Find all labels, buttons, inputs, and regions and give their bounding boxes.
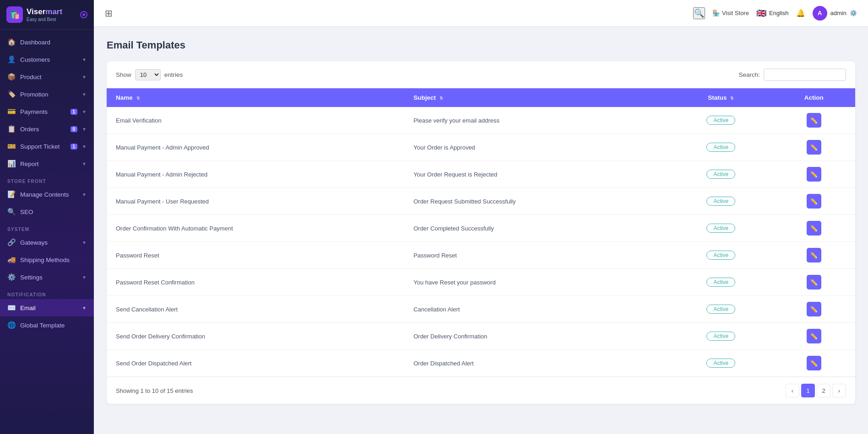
cell-action: ✏️ bbox=[773, 161, 855, 188]
email-templates-table: Name ⇅ Subject ⇅ Status ⇅ Action Email V… bbox=[107, 88, 855, 377]
search-label: Search: bbox=[738, 71, 760, 78]
table-row: Email Verification Please verify your em… bbox=[107, 107, 855, 134]
showing-text: Showing 1 to 10 of 15 entries bbox=[116, 387, 193, 394]
main-content: ⊞ 🔍 🏪 Visit Store 🇬🇧 English 🔔 A admin ⚙… bbox=[94, 0, 868, 434]
manage-contents-label: Manage Contents bbox=[20, 191, 77, 198]
cell-subject: Your Order is Approved bbox=[404, 134, 669, 161]
prev-page-button[interactable]: ‹ bbox=[786, 384, 799, 397]
sidebar-item-orders[interactable]: 📋 Orders 0 ▼ bbox=[0, 120, 94, 138]
entries-select[interactable]: 10 25 50 100 bbox=[135, 69, 161, 80]
table-row: Password Reset Password Reset Active ✏️ bbox=[107, 242, 855, 269]
sidebar-item-promotion[interactable]: 🏷️ Promotion ▼ bbox=[0, 86, 94, 103]
edit-button[interactable]: ✏️ bbox=[807, 302, 821, 316]
status-badge: Active bbox=[706, 197, 735, 206]
table-controls-left: Show 10 25 50 100 entries bbox=[116, 69, 183, 80]
cell-status: Active bbox=[669, 296, 773, 323]
edit-button[interactable]: ✏️ bbox=[807, 329, 821, 343]
cell-status: Active bbox=[669, 242, 773, 269]
topbar-bell-icon[interactable]: 🔔 bbox=[796, 9, 805, 17]
logo-icon: 🛍️ bbox=[6, 6, 23, 23]
sidebar-item-support-ticket[interactable]: 🎫 Support Ticket 1 ▼ bbox=[0, 138, 94, 155]
manage-contents-arrow: ▼ bbox=[82, 192, 87, 197]
logo-tagline: Easy and Best bbox=[27, 17, 62, 22]
topbar-user[interactable]: A admin ⚙️ bbox=[813, 6, 857, 21]
sidebar-item-dashboard[interactable]: 🏠 Dashboard bbox=[0, 33, 94, 51]
search-input[interactable] bbox=[764, 69, 846, 81]
promotion-arrow: ▼ bbox=[82, 92, 87, 97]
cell-status: Active bbox=[669, 269, 773, 296]
edit-button[interactable]: ✏️ bbox=[807, 113, 821, 128]
status-badge: Active bbox=[706, 251, 735, 260]
customers-icon: 👤 bbox=[7, 55, 16, 64]
visit-store-button[interactable]: 🏪 Visit Store bbox=[712, 10, 749, 16]
sidebar-logo: 🛍️ Visermart Easy and Best bbox=[0, 0, 94, 30]
cell-status: Active bbox=[669, 107, 773, 134]
table-row: Manual Payment - Admin Rejected Your Ord… bbox=[107, 161, 855, 188]
gateways-label: Gateways bbox=[20, 239, 77, 246]
sidebar-nav: 🏠 Dashboard 👤 Customers ▼ 📦 Product ▼ 🏷️… bbox=[0, 30, 94, 434]
notification-section-label: NOTIFICATION bbox=[0, 286, 94, 299]
visit-store-icon: 🏪 bbox=[712, 10, 720, 16]
table-row: Manual Payment - User Requested Order Re… bbox=[107, 188, 855, 215]
sidebar-item-payments[interactable]: 💳 Payments 1 ▼ bbox=[0, 103, 94, 120]
promotion-label: Promotion bbox=[20, 91, 77, 98]
support-ticket-icon: 🎫 bbox=[7, 142, 16, 150]
cell-name: Order Confirmation With Automatic Paymen… bbox=[107, 215, 404, 242]
edit-button[interactable]: ✏️ bbox=[807, 248, 821, 263]
page-1-button[interactable]: 1 bbox=[801, 384, 815, 397]
cell-subject: Order Delivery Confirmation bbox=[404, 323, 669, 350]
col-action: Action bbox=[773, 88, 855, 107]
sidebar-item-global-template[interactable]: 🌐 Global Template bbox=[0, 316, 94, 334]
sidebar-item-settings[interactable]: ⚙️ Settings ▼ bbox=[0, 268, 94, 286]
email-arrow: ▼ bbox=[82, 305, 87, 311]
edit-button[interactable]: ✏️ bbox=[807, 221, 821, 236]
status-badge: Active bbox=[706, 278, 735, 287]
sidebar-item-report[interactable]: 📊 Report ▼ bbox=[0, 155, 94, 172]
gateways-icon: 🔗 bbox=[7, 238, 16, 246]
page-2-button[interactable]: 2 bbox=[817, 384, 830, 397]
edit-button[interactable]: ✏️ bbox=[807, 140, 821, 155]
payments-icon: 💳 bbox=[7, 107, 16, 116]
cell-name: Manual Payment - User Requested bbox=[107, 188, 404, 215]
edit-button[interactable]: ✏️ bbox=[807, 194, 821, 209]
sidebar-item-gateways[interactable]: 🔗 Gateways ▼ bbox=[0, 234, 94, 251]
topbar-search-button[interactable]: 🔍 bbox=[693, 7, 705, 19]
status-badge: Active bbox=[706, 332, 735, 341]
cell-name: Email Verification bbox=[107, 107, 404, 134]
sidebar-item-seo[interactable]: 🔍 SEO bbox=[0, 203, 94, 220]
status-badge: Active bbox=[706, 305, 735, 314]
manage-contents-icon: 📝 bbox=[7, 190, 16, 198]
settings-icon: ⚙️ bbox=[7, 273, 16, 281]
status-badge: Active bbox=[706, 170, 735, 179]
edit-button[interactable]: ✏️ bbox=[807, 167, 821, 182]
status-badge: Active bbox=[706, 359, 735, 368]
edit-button[interactable]: ✏️ bbox=[807, 275, 821, 289]
cell-action: ✏️ bbox=[773, 242, 855, 269]
table-footer: Showing 1 to 10 of 15 entries ‹ 1 2 › bbox=[107, 377, 855, 404]
table-row: Password Reset Confirmation You have Res… bbox=[107, 269, 855, 296]
sidebar-item-shipping-methods[interactable]: 🚚 Shipping Methods bbox=[0, 251, 94, 268]
pagination: ‹ 1 2 › bbox=[786, 384, 846, 397]
sidebar-item-product[interactable]: 📦 Product ▼ bbox=[0, 68, 94, 86]
cell-subject: Please verify your email address bbox=[404, 107, 669, 134]
sidebar-item-customers[interactable]: 👤 Customers ▼ bbox=[0, 51, 94, 68]
logo-text-wrap: Visermart Easy and Best bbox=[27, 7, 62, 22]
sidebar-item-email[interactable]: ✉️ Email ▼ bbox=[0, 299, 94, 316]
language-selector[interactable]: 🇬🇧 English bbox=[756, 8, 789, 18]
sidebar-item-manage-contents[interactable]: 📝 Manage Contents ▼ bbox=[0, 186, 94, 203]
table-card: Show 10 25 50 100 entries Search: bbox=[107, 61, 855, 404]
email-icon: ✉️ bbox=[7, 304, 16, 312]
table-row: Send Cancellation Alert Cancellation Ale… bbox=[107, 296, 855, 323]
cell-name: Manual Payment - Admin Rejected bbox=[107, 161, 404, 188]
next-page-button[interactable]: › bbox=[832, 384, 846, 397]
cell-action: ✏️ bbox=[773, 350, 855, 377]
page-title: Email Templates bbox=[107, 39, 855, 51]
cell-subject: Cancellation Alert bbox=[404, 296, 669, 323]
edit-button[interactable]: ✏️ bbox=[807, 356, 821, 370]
settings-arrow: ▼ bbox=[82, 275, 87, 280]
cell-status: Active bbox=[669, 323, 773, 350]
seo-icon: 🔍 bbox=[7, 208, 16, 216]
support-ticket-label: Support Ticket bbox=[20, 143, 66, 150]
product-arrow: ▼ bbox=[82, 75, 87, 80]
gateways-arrow: ▼ bbox=[82, 240, 87, 245]
